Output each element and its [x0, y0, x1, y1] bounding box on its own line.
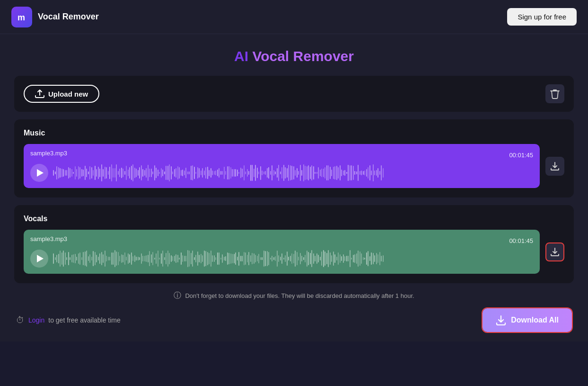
vocals-waveform — [53, 249, 533, 268]
vocals-section: Vocals sample3.mp3 00:01:45 — [14, 205, 574, 283]
upload-bar: Upload new — [14, 76, 574, 112]
login-suffix: to get free available time — [48, 316, 121, 324]
login-link[interactable]: Login — [28, 316, 44, 324]
vocals-duration: 00:01:45 — [509, 237, 533, 244]
app-title: Vocal Remover — [38, 12, 99, 22]
app-logo: m — [11, 7, 32, 27]
music-waveform — [53, 163, 533, 182]
page-title-remover: Remover — [289, 48, 354, 64]
vocals-filename: sample3.mp3 — [30, 235, 67, 242]
download-all-label: Download All — [511, 316, 559, 324]
music-play-button[interactable] — [30, 164, 48, 182]
trash-icon — [550, 89, 560, 99]
music-download-icon — [551, 162, 559, 171]
upload-button[interactable]: Upload new — [24, 85, 99, 103]
login-area: ⏱ Login to get free available time — [16, 315, 121, 325]
app-header: m Vocal Remover Sign up for free — [0, 0, 588, 34]
vocals-track: sample3.mp3 00:01:45 — [24, 230, 540, 274]
signup-button[interactable]: Sign up for free — [507, 8, 577, 26]
music-section-label: Music — [24, 129, 564, 137]
footer-info: ⓘ Don't forget to download your files. T… — [14, 291, 574, 301]
info-icon: ⓘ — [174, 291, 181, 301]
vocals-play-icon — [37, 255, 44, 262]
clock-icon: ⏱ — [16, 315, 25, 325]
vocals-section-label: Vocals — [24, 215, 564, 223]
page-title-vocal: Vocal — [248, 48, 289, 64]
music-section: Music sample3.mp3 00:01:45 — [14, 119, 574, 197]
vocals-download-icon — [551, 248, 559, 256]
vocals-play-button[interactable] — [30, 250, 48, 268]
music-download-button[interactable] — [545, 157, 564, 176]
download-all-button[interactable]: Download All — [483, 308, 572, 332]
vocals-download-button[interactable] — [545, 242, 564, 261]
main-content: AI Vocal Remover Upload new Music sample… — [0, 34, 588, 341]
music-track: sample3.mp3 00:01:45 — [24, 144, 540, 188]
svg-text:m: m — [18, 13, 25, 22]
page-title: AI Vocal Remover — [14, 48, 574, 64]
footer-info-text: Don't forget to download your files. The… — [185, 292, 414, 299]
upload-icon — [35, 90, 44, 98]
header-left: m Vocal Remover — [11, 7, 99, 27]
delete-button[interactable] — [545, 84, 564, 103]
download-all-icon — [496, 315, 506, 325]
upload-label: Upload new — [48, 90, 88, 98]
music-play-icon — [37, 169, 44, 177]
music-filename: sample3.mp3 — [30, 150, 67, 157]
bottom-bar: ⏱ Login to get free available time Downl… — [14, 308, 574, 332]
music-duration: 00:01:45 — [509, 152, 533, 159]
page-title-ai: AI — [234, 48, 248, 64]
